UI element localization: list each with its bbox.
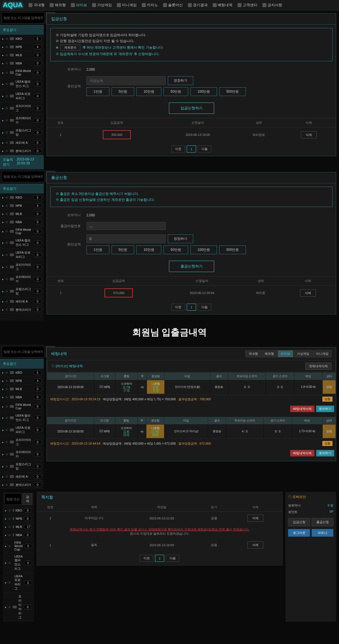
star-icon[interactable]: ☆ — [8, 517, 11, 521]
inquiry-button[interactable]: 문의하기 — [316, 450, 334, 456]
league-row[interactable]: ▸☆세리에 A0 — [0, 473, 44, 481]
league-row[interactable]: ▸☆UEFA 챔피언스 리그0 — [0, 237, 44, 249]
league-row[interactable]: ▸☆UEFA 유로파리그0 — [0, 90, 44, 102]
amount-input[interactable] — [86, 76, 166, 85]
amount-preset-button[interactable]: 100만원 — [190, 87, 217, 96]
nav-support[interactable]: 고객센터 — [238, 3, 257, 8]
star-icon[interactable]: ☆ — [5, 483, 8, 487]
league-row[interactable]: ▸☆프리메라리가0 — [0, 448, 44, 460]
league-row[interactable]: ▸☆NPB4 — [0, 43, 44, 51]
league-row[interactable]: ▸☆NBA0 — [3, 531, 34, 539]
star-icon[interactable]: ☆ — [5, 308, 8, 312]
delete-button[interactable]: 삭제 — [300, 290, 316, 297]
league-row[interactable]: ▸☆FIFA World Cup0 — [0, 401, 44, 412]
league-row[interactable]: ▸☆UEFA 유로파리그0 — [0, 424, 44, 436]
delete-all-button[interactable]: 전체내역삭제 — [305, 363, 331, 370]
league-row[interactable]: ▸☆UEFA 챔피언스 리그0 — [3, 553, 34, 573]
nav-slot[interactable]: 슬롯머신 — [163, 3, 183, 8]
partner-button[interactable]: 파트너 — [312, 529, 333, 537]
pager-prev[interactable]: 이전 — [171, 304, 185, 311]
league-row[interactable]: ▸☆프랑스리그앙0 — [0, 285, 44, 297]
delete-button[interactable]: 삭제 — [301, 131, 317, 138]
league-row[interactable]: ▸☆KBO5 — [0, 369, 44, 377]
pager-next[interactable]: 다음 — [166, 555, 179, 562]
league-row[interactable]: ▸☆KBO5 — [0, 193, 44, 202]
tab-overseas[interactable]: 해외형 — [262, 350, 277, 357]
star-icon[interactable]: ☆ — [8, 525, 11, 529]
deposit-submit-button[interactable]: 입금신청하기 — [169, 103, 214, 114]
star-icon[interactable]: ☆ — [5, 220, 8, 224]
nav-notice[interactable]: 공지사항 — [262, 3, 282, 8]
league-row[interactable]: ▸☆세리에 A0 — [0, 139, 44, 147]
nav-domestic[interactable]: 국내형 — [29, 3, 45, 8]
league-row[interactable]: ▸☆NBA0 — [0, 59, 44, 68]
tab-mini[interactable]: 미니게임 — [313, 350, 332, 357]
pager-next[interactable]: 다음 — [198, 145, 211, 153]
star-icon[interactable]: ☆ — [8, 509, 11, 512]
star-icon[interactable]: ☆ — [8, 605, 11, 609]
tab-virtual[interactable]: 가상게임 — [294, 350, 312, 357]
nav-casino[interactable]: 카지노 — [142, 3, 158, 8]
star-icon[interactable]: ☆ — [5, 82, 8, 86]
account-inquiry-button[interactable]: 계좌문의 — [60, 45, 80, 51]
league-row[interactable]: ▸☆MLB0 — [0, 385, 44, 393]
pager-page[interactable]: 1 — [187, 304, 196, 311]
star-icon[interactable]: ☆ — [5, 71, 8, 75]
amount-preset-button[interactable]: 10만원 — [136, 245, 161, 254]
amount-preset-button[interactable]: 50만원 — [164, 87, 188, 96]
pager-page[interactable]: 1 — [155, 555, 164, 562]
star-icon[interactable]: ☆ — [5, 416, 8, 420]
nav-live[interactable]: 라이브 — [71, 3, 87, 8]
league-row[interactable]: ▸☆FIFA World Cup0 — [0, 226, 44, 237]
league-row[interactable]: ▸☆분데스리가0 — [0, 306, 44, 314]
league-row[interactable]: ▸☆MLB17 — [3, 523, 34, 531]
league-row[interactable]: ▸☆프리미어리그0 — [0, 261, 44, 273]
correct-button[interactable]: 정정하기 — [168, 76, 193, 85]
pager-next[interactable]: 다음 — [198, 304, 211, 311]
amount-preset-button[interactable]: 10만원 — [136, 87, 161, 96]
nav-bethistory[interactable]: 베팅내역 — [213, 3, 232, 8]
delete-button[interactable]: 삭제 — [247, 515, 263, 522]
amount-preset-button[interactable]: 1만원 — [86, 87, 109, 96]
search-input[interactable] — [2, 171, 45, 182]
league-row[interactable]: ▸☆FIFA World Cup0 — [0, 68, 44, 78]
withdraw-quick-button[interactable]: 출금신청 — [312, 518, 333, 526]
league-row[interactable]: ▸☆FIFA World Cup0 — [3, 539, 34, 553]
tab-domestic[interactable]: 국내형 — [245, 350, 261, 357]
message-row[interactable]: 2 아쿠아입니다 2023-06-13 21:03 읽음 삭제 — [37, 512, 282, 525]
star-icon[interactable]: ☆ — [8, 544, 11, 548]
star-icon[interactable]: ☆ — [5, 387, 8, 391]
star-icon[interactable]: ☆ — [8, 561, 11, 565]
star-icon[interactable]: ☆ — [5, 204, 8, 208]
nav-results[interactable]: 경기결과 — [188, 3, 208, 8]
star-icon[interactable]: ☆ — [5, 106, 8, 110]
nav-virtual[interactable]: 가상게임 — [92, 3, 112, 8]
league-row[interactable]: ▸☆UEFA 챔피언스 리그0 — [0, 412, 44, 424]
delete-button[interactable]: 삭제 — [247, 541, 263, 549]
star-icon[interactable]: ☆ — [5, 277, 8, 281]
star-icon[interactable]: ☆ — [5, 300, 8, 303]
star-icon[interactable]: ☆ — [5, 465, 8, 468]
pager-page[interactable]: 1 — [187, 145, 196, 153]
star-icon[interactable]: ☆ — [5, 212, 8, 216]
league-row[interactable]: ▸☆프랑스리그앙0 — [0, 460, 44, 473]
deposit-quick-button[interactable]: 입금신청 — [288, 518, 310, 526]
tab-live[interactable]: 라이브 — [278, 350, 293, 357]
star-icon[interactable]: ☆ — [5, 440, 8, 444]
star-icon[interactable]: ☆ — [5, 253, 8, 257]
star-icon[interactable]: ☆ — [5, 265, 8, 269]
league-row[interactable]: ▸☆분데스리가0 — [0, 481, 44, 489]
password-input[interactable] — [86, 222, 166, 230]
star-icon[interactable]: ☆ — [5, 53, 8, 57]
withdraw-submit-button[interactable]: 출금신청하기 — [169, 261, 214, 272]
star-icon[interactable]: ☆ — [5, 94, 8, 98]
star-icon[interactable]: ☆ — [5, 475, 8, 478]
league-row[interactable]: ▸☆NPB4 — [0, 202, 44, 210]
league-row[interactable]: ▸☆분데스리가0 — [0, 147, 44, 155]
amount-preset-button[interactable]: 5만원 — [112, 87, 134, 96]
league-row[interactable]: ▸☆NPB0 — [3, 515, 34, 523]
league-row[interactable]: ▸☆프리미어리그0 — [0, 436, 44, 448]
amount-preset-button[interactable]: 100만원 — [190, 245, 217, 254]
logout-button[interactable]: 로그아웃 — [288, 529, 310, 537]
league-row[interactable]: ▸☆프리미어리그0 — [0, 102, 44, 114]
